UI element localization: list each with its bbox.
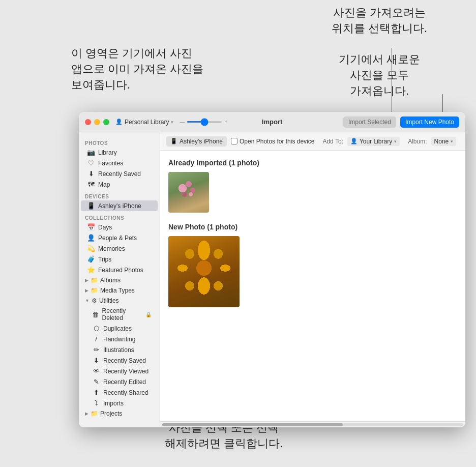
new-photo-title: New Photo (1 photo) bbox=[168, 223, 457, 231]
already-imported-grid bbox=[168, 172, 457, 213]
sidebar-item-recently-shared[interactable]: ⬆ Recently Shared bbox=[81, 387, 158, 398]
memories-icon: 💫 bbox=[87, 245, 95, 252]
sidebar-item-duplicates[interactable]: ⬡ Duplicates bbox=[81, 323, 158, 334]
sidebar-item-recently-deleted[interactable]: 🗑 Recently Deleted 🔒 bbox=[81, 306, 158, 323]
titlebar-actions: Import Selected Import New Photo bbox=[343, 116, 459, 128]
fullscreen-button[interactable] bbox=[103, 119, 109, 125]
album-select-value: None bbox=[434, 138, 449, 145]
albums-group-header[interactable]: ▶ 📁 Albums bbox=[81, 275, 158, 285]
sidebar-item-illustrations[interactable]: ✏ Illustrations bbox=[81, 344, 158, 355]
handwriting-icon: / bbox=[92, 335, 100, 343]
albums-expand-icon: ▶ bbox=[85, 278, 88, 283]
library-icon: 📷 bbox=[87, 149, 95, 156]
sidebar-item-recently-saved-label: Recently Saved bbox=[98, 170, 141, 178]
sidebar-item-days[interactable]: 📅 Days bbox=[81, 222, 158, 232]
sidebar-item-illustrations-label: Illustrations bbox=[103, 346, 134, 354]
content-area: Photos 📷 Library ♡ Favorites ⬇ Recently … bbox=[79, 132, 465, 427]
recently-deleted-icon: 🗑 bbox=[92, 311, 99, 318]
annotation-top-right: 사진을 가져오려는 위치를 선택합니다. 기기에서 새로운 사진을 모두 가져옵… bbox=[313, 5, 445, 99]
horizontal-scrollbar[interactable] bbox=[160, 421, 465, 427]
sidebar-item-recently-viewed-label: Recently Viewed bbox=[103, 368, 148, 375]
days-icon: 📅 bbox=[87, 223, 95, 231]
sidebar-item-recently-viewed[interactable]: 👁 Recently Viewed bbox=[81, 366, 158, 376]
scrollbar-thumb[interactable] bbox=[162, 423, 343, 426]
utilities-label: Utilities bbox=[99, 297, 119, 304]
recently-edited-icon: ✎ bbox=[92, 378, 100, 386]
media-types-folder-icon: 📁 bbox=[91, 287, 98, 294]
sidebar-item-recently-saved[interactable]: ⬇ Recently Saved bbox=[81, 168, 158, 179]
media-types-label: Media Types bbox=[100, 287, 135, 294]
album-select-chevron: ▾ bbox=[451, 139, 453, 144]
sidebar-item-iphone-label: Ashley's iPhone bbox=[98, 202, 141, 210]
traffic-lights bbox=[85, 119, 109, 125]
sidebar-item-recently-edited[interactable]: ✎ Recently Edited bbox=[81, 376, 158, 387]
featured-icon: ⭐ bbox=[87, 266, 95, 274]
sidebar-item-iphone[interactable]: 📱 Ashley's iPhone bbox=[81, 200, 158, 211]
zoom-slider[interactable] bbox=[187, 121, 222, 123]
library-select[interactable]: 👤 Your Library ▾ bbox=[347, 137, 400, 146]
utilities-group-header[interactable]: ▼ ⚙ Utilities bbox=[81, 296, 158, 306]
annotation-top-left: 이 영역은 기기에서 사진 앱으로 이미 가져온 사진을 보여줍니다. bbox=[71, 46, 214, 93]
sidebar-item-favorites[interactable]: ♡ Favorites bbox=[81, 158, 158, 168]
import-toolbar: 📱 Ashley's iPhone Open Photos for this d… bbox=[160, 132, 465, 151]
open-photos-checkbox[interactable] bbox=[231, 138, 237, 144]
albums-label: Albums bbox=[100, 277, 121, 284]
sidebar-item-memories[interactable]: 💫 Memories bbox=[81, 243, 158, 254]
lock-icon: 🔒 bbox=[145, 312, 152, 317]
iphone-icon: 📱 bbox=[87, 202, 95, 210]
illustrations-icon: ✏ bbox=[92, 346, 100, 354]
sidebar-item-memories-label: Memories bbox=[98, 245, 125, 252]
sidebar-item-duplicates-label: Duplicates bbox=[103, 325, 132, 332]
library-select-icon: 👤 bbox=[350, 138, 358, 144]
sidebar-item-featured-label: Featured Photos bbox=[98, 267, 143, 274]
sidebar-item-utilities-recently-saved[interactable]: ⬇ Recently Saved bbox=[81, 355, 158, 366]
new-photo[interactable] bbox=[168, 236, 240, 307]
library-selector[interactable]: 👤 Personal Library ▾ bbox=[115, 119, 173, 126]
sidebar-item-map[interactable]: 🗺 Map bbox=[81, 179, 158, 190]
sidebar-item-recently-edited-label: Recently Edited bbox=[103, 378, 146, 386]
library-select-chevron: ▾ bbox=[394, 139, 397, 144]
devices-section-label: Devices bbox=[79, 190, 160, 200]
sidebar-item-map-label: Map bbox=[98, 181, 110, 188]
sidebar-item-favorites-label: Favorites bbox=[98, 160, 123, 167]
sidebar-item-people-pets[interactable]: 👤 People & Pets bbox=[81, 232, 158, 243]
add-to-label: Add To: bbox=[322, 138, 343, 145]
sidebar-item-days-label: Days bbox=[98, 224, 112, 231]
sidebar-item-recently-deleted-label: Recently Deleted bbox=[102, 307, 141, 322]
library-name: Personal Library bbox=[125, 119, 169, 126]
device-tab[interactable]: 📱 Ashley's iPhone bbox=[166, 136, 227, 147]
people-pets-icon: 👤 bbox=[87, 234, 95, 242]
sidebar-item-trips[interactable]: 🧳 Trips bbox=[81, 254, 158, 265]
already-imported-title: Already Imported (1 photo) bbox=[168, 159, 457, 167]
device-tab-icon: 📱 bbox=[170, 138, 177, 144]
sidebar-item-people-pets-label: People & Pets bbox=[98, 235, 137, 242]
sidebar-item-handwriting[interactable]: / Handwriting bbox=[81, 334, 158, 344]
sidebar-item-util-recently-saved-label: Recently Saved bbox=[103, 357, 146, 364]
projects-group-header[interactable]: ▶ 📁 Projects bbox=[81, 408, 158, 419]
util-recently-saved-icon: ⬇ bbox=[92, 357, 100, 364]
projects-folder-icon: 📁 bbox=[91, 410, 98, 417]
sidebar-item-library[interactable]: 📷 Library bbox=[81, 147, 158, 158]
sidebar-item-imports[interactable]: ⤵ Imports bbox=[81, 398, 158, 408]
sidebar-item-featured[interactable]: ⭐ Featured Photos bbox=[81, 265, 158, 275]
recently-shared-icon: ⬆ bbox=[92, 389, 100, 396]
already-imported-photo[interactable] bbox=[168, 172, 209, 213]
scrollbar-track[interactable] bbox=[162, 423, 463, 426]
map-icon: 🗺 bbox=[87, 181, 95, 188]
minimize-button[interactable] bbox=[94, 119, 100, 125]
projects-label: Projects bbox=[100, 410, 122, 417]
import-new-button[interactable]: Import New Photo bbox=[400, 116, 459, 128]
recently-saved-icon: ⬇ bbox=[87, 170, 95, 178]
media-types-group-header[interactable]: ▶ 📁 Media Types bbox=[81, 285, 158, 296]
import-selected-button[interactable]: Import Selected bbox=[343, 116, 396, 128]
sidebar-item-handwriting-label: Handwriting bbox=[103, 336, 135, 343]
sidebar: Photos 📷 Library ♡ Favorites ⬇ Recently … bbox=[79, 132, 160, 427]
close-button[interactable] bbox=[85, 119, 91, 125]
duplicates-icon: ⬡ bbox=[92, 325, 100, 332]
media-types-expand-icon: ▶ bbox=[85, 288, 88, 293]
open-photos-checkbox-label[interactable]: Open Photos for this device bbox=[231, 138, 314, 145]
albums-folder-icon: 📁 bbox=[91, 277, 98, 284]
album-select[interactable]: None ▾ bbox=[431, 137, 457, 146]
window-title: Import bbox=[262, 118, 282, 126]
open-photos-text: Open Photos for this device bbox=[240, 138, 314, 145]
